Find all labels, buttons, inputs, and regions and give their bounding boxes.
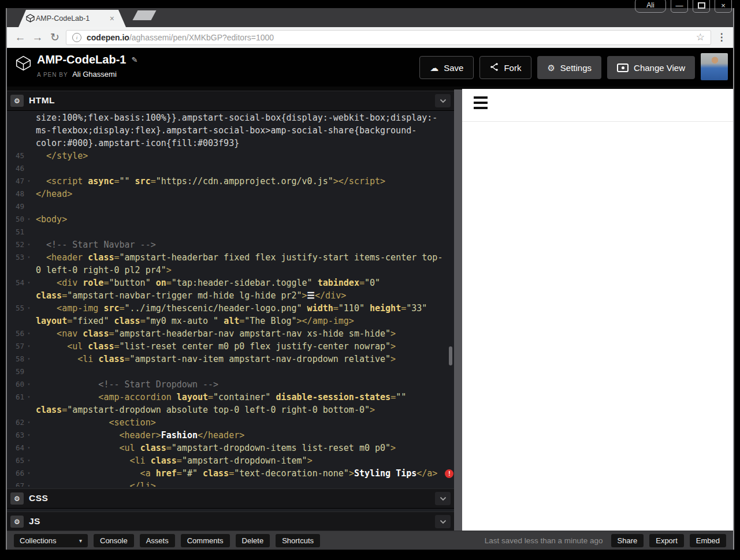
js-collapse-button[interactable] xyxy=(435,515,451,528)
collections-dropdown[interactable]: Collections ▾ xyxy=(14,534,88,547)
codepen-logo-icon[interactable] xyxy=(16,55,31,73)
js-panel-header[interactable]: ⚙ JS xyxy=(7,512,454,531)
fold-arrow-icon[interactable]: ▾ xyxy=(24,213,34,226)
code-text: 0 left-0 right-0 pl2 pr4"> xyxy=(34,264,172,277)
avatar[interactable] xyxy=(701,53,728,80)
line-number: 52 xyxy=(7,238,24,251)
footer-button-assets[interactable]: Assets xyxy=(140,534,175,547)
fold-arrow-icon[interactable]: ▾ xyxy=(24,480,34,487)
footer-button-share[interactable]: Share xyxy=(611,534,644,547)
code-line[interactable]: class="ampstart-navbar-trigger md-hide l… xyxy=(7,289,454,302)
editor-scrollbar[interactable] xyxy=(449,346,452,365)
code-line[interactable]: 49 xyxy=(7,200,454,213)
js-settings-gear-icon[interactable]: ⚙ xyxy=(10,516,24,528)
fold-arrow-icon[interactable]: ▾ xyxy=(24,238,34,251)
code-line[interactable]: color:#000}.ampstart-icon{fill:#003f93} xyxy=(7,137,454,150)
code-line[interactable]: 57▾ <ul class="list-reset center m0 p0 f… xyxy=(7,340,454,353)
refresh-icon[interactable]: ↻ xyxy=(46,32,64,43)
footer-button-export[interactable]: Export xyxy=(649,534,684,547)
browser-profile-button[interactable]: Ali xyxy=(635,0,666,13)
maximize-button[interactable] xyxy=(693,0,710,13)
author-link[interactable]: Ali Ghassemi xyxy=(72,70,117,79)
close-button[interactable]: × xyxy=(715,0,732,13)
code-line[interactable]: 0 left-0 right-0 pl2 pr4"> xyxy=(7,264,454,277)
settings-button[interactable]: ⚙ Settings xyxy=(537,56,601,79)
footer-left-buttons: ConsoleAssetsCommentsDeleteShortcuts xyxy=(94,534,320,547)
fork-icon xyxy=(490,62,499,73)
footer-button-console[interactable]: Console xyxy=(94,534,134,547)
new-tab-button[interactable] xyxy=(132,10,156,20)
fork-button[interactable]: Fork xyxy=(479,56,531,79)
editor-preview-divider[interactable] xyxy=(454,89,462,531)
code-text: <nav class="ampstart-headerbar-nav ampst… xyxy=(34,327,396,340)
address-bar[interactable]: i codepen.io /aghassemi/pen/XMKbGP?edito… xyxy=(66,30,711,45)
code-line[interactable]: 51 xyxy=(7,226,454,238)
code-line[interactable]: ms-flexbox;display:flex}.ampstart-social… xyxy=(7,124,454,137)
footer-button-shortcuts[interactable]: Shortcuts xyxy=(276,534,320,547)
code-line[interactable]: 47▾ <script async="" src="https://cdn.am… xyxy=(7,175,454,188)
edit-pencil-icon[interactable]: ✎ xyxy=(131,55,137,64)
code-line[interactable]: 62▾ <section> xyxy=(7,416,454,429)
minimize-button[interactable]: — xyxy=(671,0,688,13)
gear-icon: ⚙ xyxy=(547,64,555,72)
html-panel-header[interactable]: ⚙ HTML xyxy=(7,91,454,111)
code-line[interactable]: class="ampstart-dropdown absolute top-0 … xyxy=(7,404,454,416)
code-line[interactable]: 56▾ <nav class="ampstart-headerbar-nav a… xyxy=(7,327,454,340)
change-view-button[interactable]: Change View xyxy=(607,56,695,79)
footer-button-embed[interactable]: Embed xyxy=(690,534,726,547)
code-line[interactable]: 67▾ </li> xyxy=(7,480,454,487)
fold-arrow-icon[interactable]: ▾ xyxy=(24,302,34,315)
code-line[interactable]: 64▾ <ul class="ampstart-dropdown-items l… xyxy=(7,442,454,454)
browser-tab[interactable]: AMP-CodeLab-1 × xyxy=(18,10,126,27)
html-settings-gear-icon[interactable]: ⚙ xyxy=(10,95,24,107)
fold-arrow-icon[interactable]: ▾ xyxy=(24,467,34,480)
css-settings-gear-icon[interactable]: ⚙ xyxy=(10,492,24,505)
fold-arrow-icon[interactable]: ▾ xyxy=(24,175,34,188)
code-line[interactable]: 50▾<body> xyxy=(7,213,454,226)
preview-pane xyxy=(462,89,733,531)
fold-arrow-icon[interactable]: ▾ xyxy=(24,251,34,264)
fold-arrow-icon[interactable]: ▾ xyxy=(24,442,34,454)
code-line[interactable]: 55▾ <amp-img src="../img/thescenic/heade… xyxy=(7,302,454,315)
code-line[interactable]: size:100%;flex-basis:100%}}.ampstart-soc… xyxy=(7,111,454,124)
hamburger-menu-icon[interactable] xyxy=(474,96,488,112)
footer-button-delete[interactable]: Delete xyxy=(236,534,270,547)
css-panel-header[interactable]: ⚙ CSS xyxy=(7,488,454,509)
code-line[interactable]: layout="fixed" class="my0 mx-auto " alt=… xyxy=(7,315,454,327)
browser-menu-icon[interactable]: ⋮ xyxy=(715,31,728,43)
fold-arrow-icon[interactable]: ▾ xyxy=(24,378,34,391)
forward-icon[interactable]: → xyxy=(29,32,46,43)
code-line[interactable]: 66▾ <a href="#" class="text-decoration-n… xyxy=(7,467,454,480)
fold-arrow-icon[interactable]: ▾ xyxy=(24,416,34,429)
html-collapse-button[interactable] xyxy=(435,94,451,107)
fold-arrow-icon[interactable]: ▾ xyxy=(24,454,34,467)
footer-button-comments[interactable]: Comments xyxy=(181,534,230,547)
tab-close-icon[interactable]: × xyxy=(110,14,114,23)
code-line[interactable]: 61▾ <amp-accordion layout="container" di… xyxy=(7,391,454,404)
fold-arrow-icon[interactable]: ▾ xyxy=(24,391,34,404)
code-line[interactable]: 52▾ <!-- Start Navbar --> xyxy=(7,238,454,251)
code-line[interactable]: 65▾ <li class="ampstart-dropdown-item"> xyxy=(7,454,454,467)
fold-arrow-icon[interactable]: ▾ xyxy=(24,429,34,442)
code-line[interactable]: 53▾ <header class="ampstart-headerbar fi… xyxy=(7,251,454,264)
code-editor[interactable]: size:100%;flex-basis:100%}}.ampstart-soc… xyxy=(7,111,454,487)
css-collapse-button[interactable] xyxy=(435,492,451,505)
site-info-icon[interactable]: i xyxy=(72,33,81,42)
back-icon[interactable]: ← xyxy=(12,32,29,43)
code-line[interactable]: 60▾ <!-- Start Dropdown --> xyxy=(7,378,454,391)
fold-arrow-icon[interactable]: ▾ xyxy=(24,327,34,340)
bookmark-star-icon[interactable]: ☆ xyxy=(696,31,705,43)
line-number: 50 xyxy=(7,213,24,226)
code-line[interactable]: 63▾ <header>Fashion</header> xyxy=(7,429,454,442)
code-line[interactable]: 46 xyxy=(7,162,454,175)
code-line[interactable]: 54▾ <div role="button" on="tap:header-si… xyxy=(7,277,454,289)
fold-arrow-icon[interactable]: ▾ xyxy=(24,353,34,365)
fold-arrow-icon[interactable]: ▾ xyxy=(24,277,34,289)
fold-arrow-icon[interactable]: ▾ xyxy=(24,340,34,353)
code-line[interactable]: 58▾ <li class="ampstart-nav-item ampstar… xyxy=(7,353,454,365)
code-line[interactable]: 48</head> xyxy=(7,188,454,200)
save-button[interactable]: ☁ Save xyxy=(419,56,474,79)
code-line[interactable]: 45 </style> xyxy=(7,150,454,162)
chevron-down-icon xyxy=(440,520,447,524)
code-line[interactable]: 59 xyxy=(7,365,454,378)
